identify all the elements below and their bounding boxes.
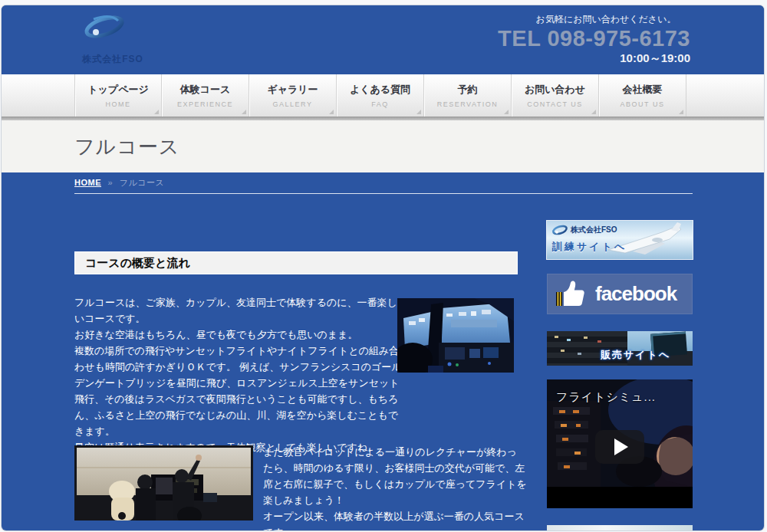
breadcrumb: HOME » フルコース (74, 177, 164, 189)
nav-item-reservation[interactable]: 予約 RESERVATION (424, 74, 512, 117)
gauge-dot (561, 350, 565, 352)
play-icon (614, 438, 628, 455)
gauge-dot (584, 337, 588, 339)
nav-item-experience[interactable]: 体験コース EXPERIENCE (162, 74, 249, 117)
section-heading-bar: コースの概要と流れ (74, 251, 518, 274)
facebook-banner[interactable]: facebook (547, 274, 693, 314)
lecture-description-text: また教官パイロットによる一通りのレクチャーが終わったら、時間のゆるす限り、お客様… (263, 444, 527, 530)
site-header: 株式会社FSO お気軽にお問い合わせください。 TEL 098-975-6173… (2, 5, 764, 74)
training-banner-company: 株式会社FSO (571, 225, 617, 235)
nav-item-gallery[interactable]: ギャラリー GALLERY (249, 74, 337, 117)
gauge-dot (567, 339, 571, 341)
nav-item-about[interactable]: 会社概要 ABOUT US (599, 74, 686, 117)
fso-swirl-icon-small (551, 223, 569, 237)
header-contact: お気軽にお問い合わせください。 TEL 098-975-6173 10:00～1… (491, 13, 690, 66)
play-button[interactable] (595, 430, 644, 464)
breadcrumb-home-link[interactable]: HOME (74, 178, 101, 187)
content-row-2: また教官パイロットによる一通りのレクチャーが終わったら、時間のゆるす限り、お客様… (74, 444, 518, 530)
site-logo[interactable]: 株式会社FSO (71, 11, 155, 70)
cockpit-simulator-photo (397, 298, 514, 373)
gauge-dot (597, 340, 601, 343)
course-description-text: フルコースは、ご家族、カップル、友達同士で体験するのに、一番楽しいコースです。 … (74, 294, 407, 455)
contact-hours: 10:00～19:00 (491, 51, 690, 66)
sales-site-banner[interactable]: 販売サイトへ (547, 331, 693, 366)
breadcrumb-current: フルコース (120, 178, 165, 187)
gauge-dot (578, 353, 581, 355)
nav-item-faq[interactable]: よくある質問 FAQ (337, 74, 424, 117)
video-thumbnail[interactable]: フライトシミュ... (547, 379, 693, 508)
fso-swirl-icon (71, 11, 138, 51)
nav-item-home[interactable]: トップページ HOME (74, 74, 162, 117)
main-nav: トップページ HOME 体験コース EXPERIENCE ギャラリー GALLE… (2, 74, 764, 117)
main-nav-items: トップページ HOME 体験コース EXPERIENCE ギャラリー GALLE… (74, 74, 764, 117)
logo-company-name: 株式会社FSO (71, 53, 155, 66)
section-heading: コースの概要と流れ (85, 256, 190, 269)
nav-item-contact[interactable]: お問い合わせ CONTACT US (512, 74, 599, 117)
breadcrumb-rule (74, 193, 693, 194)
training-banner-label: 訓練サイトへ (552, 240, 627, 254)
site-page: 株式会社FSO お気軽にお問い合わせください。 TEL 098-975-6173… (2, 5, 764, 530)
sales-banner-label: 販売サイトへ (601, 348, 670, 362)
contact-message: お気軽にお問い合わせください。 (491, 13, 690, 26)
simulator-room-photo (74, 445, 253, 521)
facebook-banner-label: facebook (595, 282, 676, 306)
page-title-band: フルコース (2, 120, 764, 172)
content-row-1: フルコースは、ご家族、カップル、友達同士で体験するのに、一番楽しいコースです。 … (74, 294, 518, 455)
page-title: フルコース (2, 120, 764, 160)
video-title: フライトシミュ... (556, 390, 656, 405)
thumbs-up-icon (555, 280, 585, 309)
breadcrumb-separator: » (108, 178, 114, 187)
contact-phone: TEL 098-975-6173 (491, 26, 690, 51)
partial-banner[interactable] (547, 525, 693, 530)
gauge-dot (555, 336, 558, 338)
training-site-banner[interactable]: 株式会社FSO 訓練サイトへ (547, 221, 693, 259)
